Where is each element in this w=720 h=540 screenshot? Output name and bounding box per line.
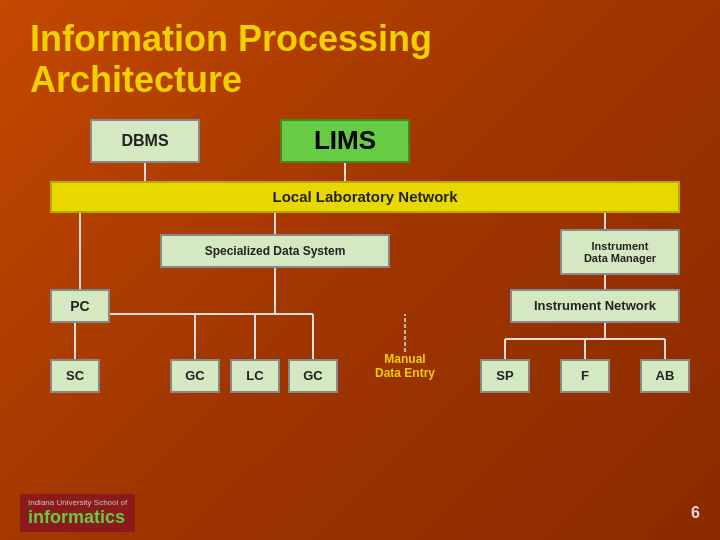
sc-box: SC (50, 359, 100, 393)
lln-label: Local Laboratory Network (272, 188, 457, 205)
lc-label: LC (246, 368, 263, 383)
pc-label: PC (70, 298, 89, 314)
pc-box: PC (50, 289, 110, 323)
lln-bar: Local Laboratory Network (50, 181, 680, 213)
gc2-box: GC (288, 359, 338, 393)
idm-label: Instrument Data Manager (584, 240, 656, 264)
lims-box: LIMS (280, 119, 410, 163)
mde-label: Manual Data Entry (360, 352, 450, 381)
title-line2: Architecture (30, 59, 242, 100)
sds-label: Specialized Data System (205, 244, 346, 258)
dbms-label: DBMS (121, 132, 168, 150)
slide: Information Processing Architecture (0, 0, 720, 540)
ab-label: AB (656, 368, 675, 383)
dbms-box: DBMS (90, 119, 200, 163)
logo-big-text: informatics (28, 507, 127, 528)
logo-small-text: Indiana University School of (28, 498, 127, 507)
in-box: Instrument Network (510, 289, 680, 323)
lims-label: LIMS (314, 125, 376, 156)
sp-label: SP (496, 368, 513, 383)
in-label: Instrument Network (534, 298, 656, 313)
sc-label: SC (66, 368, 84, 383)
page-number: 6 (691, 504, 700, 522)
lc-box: LC (230, 359, 280, 393)
f-label: F (581, 368, 589, 383)
footer-logo: Indiana University School of informatics (20, 494, 135, 532)
idm-box: Instrument Data Manager (560, 229, 680, 275)
gc2-label: GC (303, 368, 323, 383)
title-line1: Information Processing (30, 18, 432, 59)
gc1-box: GC (170, 359, 220, 393)
diagram: DBMS LIMS Local Laboratory Network Instr… (30, 119, 690, 489)
ab-box: AB (640, 359, 690, 393)
slide-title: Information Processing Architecture (30, 18, 690, 101)
sp-box: SP (480, 359, 530, 393)
footer: Indiana University School of informatics… (0, 494, 720, 532)
gc1-label: GC (185, 368, 205, 383)
f-box: F (560, 359, 610, 393)
sds-box: Specialized Data System (160, 234, 390, 268)
